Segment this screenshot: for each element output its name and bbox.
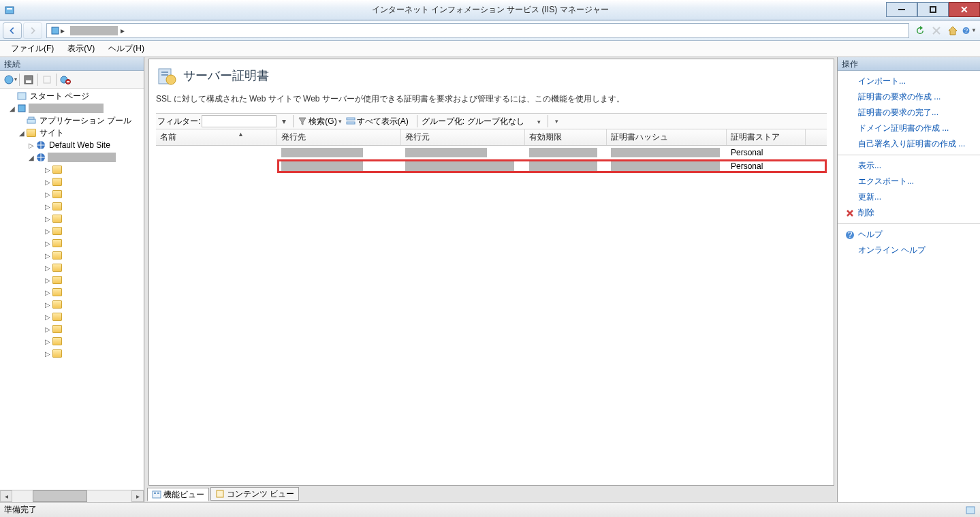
home-icon[interactable] xyxy=(945,23,961,38)
connections-header: 接続 xyxy=(0,57,144,71)
expand-icon[interactable]: ▷ xyxy=(44,215,52,223)
svg-rect-2 xyxy=(52,27,59,34)
maximize-button[interactable] xyxy=(917,2,949,17)
expand-icon[interactable]: ▷ xyxy=(44,350,52,358)
tree-folder[interactable]: ▷ xyxy=(1,262,142,274)
grid-row-highlighted[interactable]: Personal xyxy=(156,159,827,173)
svg-rect-27 xyxy=(217,490,223,497)
expand-icon[interactable]: ▷ xyxy=(44,313,52,321)
expand-icon[interactable]: ▷ xyxy=(44,203,52,210)
tab-content-view[interactable]: コンテンツ ビュー xyxy=(210,487,299,501)
tree-folder[interactable]: ▷ xyxy=(1,335,142,347)
close-button[interactable]: ✕ xyxy=(949,2,980,17)
col-hash[interactable]: 証明書ハッシュ xyxy=(607,129,727,145)
expand-icon[interactable]: ▷ xyxy=(44,338,52,345)
menu-file[interactable]: ファイル(F) xyxy=(4,42,61,56)
tree-horizontal-scrollbar[interactable]: ◂ ▸ xyxy=(0,490,144,502)
tree-folder[interactable]: ▷ xyxy=(1,237,142,249)
tree-folder[interactable]: ▷ xyxy=(1,176,142,188)
col-store[interactable]: 証明書ストア xyxy=(727,129,806,145)
tree-app-pools[interactable]: アプリケーション プール xyxy=(1,114,142,127)
action-create-self-signed[interactable]: 自己署名入り証明書の作成 ... xyxy=(838,136,980,152)
tree-server-node[interactable]: ◢ xyxy=(1,102,142,114)
action-delete[interactable]: 削除 xyxy=(838,205,980,221)
col-expiry[interactable]: 有効期限 xyxy=(525,129,607,145)
expand-icon[interactable]: ▷ xyxy=(44,277,52,284)
scroll-left-button[interactable]: ◂ xyxy=(0,490,12,502)
tree-folder[interactable]: ▷ xyxy=(1,274,142,286)
tree-folder[interactable]: ▷ xyxy=(1,286,142,298)
action-create-domain-cert[interactable]: ドメイン証明書の作成 ... xyxy=(838,121,980,136)
expand-icon[interactable]: ▷ xyxy=(44,178,52,186)
grid-row[interactable]: Personal xyxy=(156,146,827,159)
tree-folder[interactable]: ▷ xyxy=(1,311,142,323)
expand-icon[interactable]: ▷ xyxy=(44,289,52,296)
tree-folder[interactable]: ▷ xyxy=(1,163,142,176)
expand-icon[interactable]: ▷ xyxy=(44,264,52,272)
tree-folder[interactable]: ▷ xyxy=(1,188,142,200)
more-dropdown-icon[interactable]: ▾ xyxy=(555,118,558,125)
expand-icon[interactable]: ▷ xyxy=(44,252,52,260)
help-dropdown-icon[interactable]: ?▼ xyxy=(961,23,977,38)
menu-bar: ファイル(F) 表示(V) ヘルプ(H) xyxy=(0,41,980,57)
action-import[interactable]: インポート... xyxy=(838,74,980,89)
minimize-button[interactable] xyxy=(886,2,917,17)
show-all-button[interactable]: すべて表示(A) xyxy=(346,116,409,127)
collapse-icon[interactable]: ◢ xyxy=(27,154,35,161)
scroll-thumb[interactable] xyxy=(33,490,87,502)
address-bar[interactable]: ▸ ▸ xyxy=(46,23,909,38)
expand-icon[interactable]: ▷ xyxy=(44,166,52,174)
tree-sites[interactable]: ◢ サイト xyxy=(1,127,142,139)
menu-help[interactable]: ヘルプ(H) xyxy=(101,42,151,56)
collapse-icon[interactable]: ◢ xyxy=(8,105,16,112)
expand-icon[interactable]: ▷ xyxy=(44,326,52,333)
nav-back-button[interactable] xyxy=(3,22,22,39)
collapse-icon[interactable]: ◢ xyxy=(18,129,26,137)
start-page-icon xyxy=(16,91,27,101)
tree-default-site[interactable]: ▷ Default Web Site xyxy=(1,139,142,151)
action-renew[interactable]: 更新... xyxy=(838,189,980,205)
filter-bar: フィルター: ▾ 検索(G) ▾ すべて表示(A) グループ化: グループ化なし xyxy=(156,113,827,129)
expand-icon[interactable]: ▷ xyxy=(44,301,52,309)
nav-forward-button[interactable] xyxy=(23,22,42,39)
tree-folder[interactable]: ▷ xyxy=(1,225,142,237)
action-view[interactable]: 表示... xyxy=(838,158,980,174)
col-name[interactable]: 名前▲ xyxy=(156,129,277,145)
filter-dropdown-icon[interactable]: ▾ xyxy=(279,116,289,126)
refresh-icon[interactable] xyxy=(912,23,928,38)
action-complete-request[interactable]: 証明書の要求の完了... xyxy=(838,105,980,121)
expand-icon[interactable]: ▷ xyxy=(44,240,52,247)
connect-icon[interactable]: ▾ xyxy=(3,72,18,87)
action-create-request[interactable]: 証明書の要求の作成 ... xyxy=(838,89,980,105)
cell-store: Personal xyxy=(727,148,806,157)
search-label: 検索(G) xyxy=(309,116,336,127)
col-issued-to[interactable]: 発行先 xyxy=(277,129,401,145)
tree-folder[interactable]: ▷ xyxy=(1,200,142,213)
connections-toolbar: ▾ xyxy=(0,71,144,89)
tree-custom-site[interactable]: ◢ xyxy=(1,151,142,163)
expand-icon[interactable]: ▷ xyxy=(44,228,52,235)
tree-start-page[interactable]: スタート ページ xyxy=(1,90,142,102)
tree-folder[interactable]: ▷ xyxy=(1,249,142,262)
expand-icon[interactable]: ▷ xyxy=(27,142,35,149)
action-online-help[interactable]: オンライン ヘルプ xyxy=(838,242,980,258)
tree-folder[interactable]: ▷ xyxy=(1,347,142,360)
connections-tree[interactable]: スタート ページ ◢ アプリケーション プール ◢ サイト ▷ Default … xyxy=(0,89,144,490)
status-config-icon[interactable] xyxy=(965,505,976,516)
save-icon[interactable] xyxy=(21,72,36,87)
tree-folder[interactable]: ▷ xyxy=(1,298,142,311)
action-export[interactable]: エクスポート... xyxy=(838,174,980,189)
menu-view[interactable]: 表示(V) xyxy=(61,42,101,56)
stop-connection-icon[interactable] xyxy=(58,72,73,87)
tab-feature-view[interactable]: 機能ビュー xyxy=(147,488,209,501)
filter-input[interactable] xyxy=(202,115,276,127)
up-icon[interactable] xyxy=(39,72,54,87)
action-help[interactable]: ?ヘルプ xyxy=(838,227,980,242)
col-issued-by[interactable]: 発行元 xyxy=(401,129,525,145)
group-select[interactable]: グループ化なし ▾ xyxy=(464,116,543,127)
tree-folder[interactable]: ▷ xyxy=(1,323,142,335)
search-button[interactable]: 検索(G) ▾ xyxy=(298,116,341,127)
expand-icon[interactable]: ▷ xyxy=(44,191,52,198)
tree-folder[interactable]: ▷ xyxy=(1,213,142,225)
scroll-right-button[interactable]: ▸ xyxy=(131,490,144,502)
